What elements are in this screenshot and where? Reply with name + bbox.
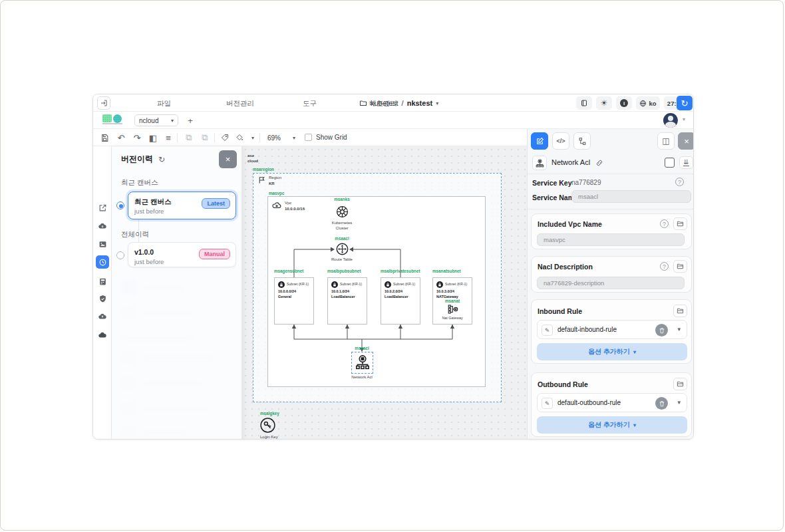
zoom-select[interactable]: 69% ▾ xyxy=(265,132,298,144)
version-card-v100[interactable]: v1.0.0 just before Manual xyxy=(128,242,236,267)
tree-icon xyxy=(578,137,587,146)
rule-edit-button[interactable]: ✎ xyxy=(542,325,553,336)
acl-text: Network Acl xyxy=(351,375,373,379)
fill-caret-icon[interactable]: ▾ xyxy=(246,131,259,144)
left-rail xyxy=(93,146,112,440)
floppy-icon xyxy=(100,134,109,142)
avatar[interactable] xyxy=(663,113,678,128)
save-button[interactable] xyxy=(98,131,111,144)
nat-gateway-icon[interactable] xyxy=(447,303,459,315)
docs-button[interactable] xyxy=(576,96,592,110)
cloud-upload-icon xyxy=(98,312,107,321)
fill-button[interactable] xyxy=(233,131,246,144)
rail-server-button[interactable] xyxy=(96,275,109,288)
rail-history-button[interactable] xyxy=(96,255,109,269)
panel-toggle-button[interactable]: ◫ xyxy=(657,132,675,150)
toolbar-divider xyxy=(259,133,260,142)
menu-item-tools[interactable]: 도구 xyxy=(303,94,317,112)
sync-button[interactable]: ↻ xyxy=(677,96,693,110)
undo-button[interactable]: ↶ xyxy=(114,131,128,144)
rule-caret-icon[interactable]: ▾ xyxy=(677,399,681,406)
rail-cloud-download-button[interactable] xyxy=(96,219,109,233)
schema-tab[interactable] xyxy=(573,132,591,150)
rail-export-button[interactable] xyxy=(96,201,109,214)
subnet-box[interactable]: Subnet (KR-1) 10.0.3.0/24 NATGateway msa… xyxy=(432,277,472,325)
rule-delete-button[interactable] xyxy=(655,324,668,336)
rail-cloud-button[interactable] xyxy=(96,329,109,342)
rule-row[interactable]: ✎ default-inbound-rule ▾ xyxy=(537,320,687,339)
avatar-caret-icon[interactable]: ▾ xyxy=(683,116,685,122)
split-view-icon: ◧ xyxy=(149,133,157,143)
pencil-icon: ✎ xyxy=(545,400,550,407)
lock-icon xyxy=(331,281,339,289)
login-key-text: Login Key xyxy=(260,435,278,439)
service-name-input[interactable]: msaacl xyxy=(571,190,691,203)
outline-button[interactable]: ≡ xyxy=(162,131,175,144)
help-icon[interactable]: ? xyxy=(660,219,669,228)
sun-icon: ☀ xyxy=(601,98,608,108)
send-back-button[interactable]: ⧉ xyxy=(198,131,212,144)
link-icon[interactable] xyxy=(595,159,603,167)
redo-button[interactable]: ↷ xyxy=(130,131,144,144)
node-checkbox[interactable] xyxy=(665,158,675,168)
help-icon[interactable]: ? xyxy=(675,178,684,186)
add-tab-button[interactable]: + xyxy=(185,115,196,126)
login-key-icon[interactable] xyxy=(259,417,276,434)
radio-selected[interactable] xyxy=(116,201,124,209)
menu-item-file[interactable]: 파일 xyxy=(157,94,171,112)
help-icon[interactable]: ? xyxy=(660,262,669,271)
canvas[interactable]: ase cloud msaregion Region KR masvpc Vpc… xyxy=(242,146,527,440)
radio-unselected[interactable] xyxy=(116,251,124,259)
info-button[interactable]: i xyxy=(616,96,632,110)
menu-item-version[interactable]: 버전관리 xyxy=(226,94,254,112)
exit-button[interactable] xyxy=(97,96,110,110)
folder-button[interactable] xyxy=(673,260,687,273)
bring-front-button[interactable]: ⧉ xyxy=(182,131,196,144)
folder-button[interactable] xyxy=(673,305,687,317)
version-panel-close-button[interactable]: × xyxy=(219,150,237,168)
folder-button[interactable] xyxy=(673,378,687,390)
rule-row[interactable]: ✎ default-outbound-rule ▾ xyxy=(537,393,687,412)
show-grid-label: Show Grid xyxy=(316,134,347,141)
version-title: v1.0.0 xyxy=(134,248,154,256)
service-key-label: Service Key xyxy=(532,179,572,187)
breadcrumb[interactable]: kubetest / nkstest ▾ xyxy=(359,94,438,112)
add-option-button[interactable]: 옵션 추가하기▾ xyxy=(537,416,687,434)
rule-delete-button[interactable] xyxy=(655,397,668,410)
show-grid-checkbox[interactable] xyxy=(305,134,312,141)
card-inbound-rule: Inbound Rule ✎ default-inbound-rule ▾ 옵션… xyxy=(531,299,692,364)
folder-button[interactable] xyxy=(673,217,687,230)
card-title: Nacl Description xyxy=(538,263,593,271)
subnet-box[interactable]: Subnet (KR-1) 10.0.0.0/24 General xyxy=(274,277,314,325)
rail-cloud-upload-button[interactable] xyxy=(96,310,109,323)
language-button[interactable]: ko xyxy=(636,96,660,110)
add-option-button[interactable]: 옵션 추가하기▾ xyxy=(537,343,687,360)
refresh-history-icon[interactable]: ↻ xyxy=(158,155,165,164)
nacl-description-input[interactable]: na776829-description xyxy=(537,277,685,289)
node-header: Network Acl ⇊ xyxy=(528,152,694,174)
subnet-box[interactable]: Subnet (KR-1) 10.0.2.0/24 LoadBalancer xyxy=(381,277,420,325)
version-card-recent[interactable]: 최근 캔버스 just before Latest xyxy=(128,192,236,219)
rule-edit-button[interactable]: ✎ xyxy=(542,398,553,409)
card-title: Inbound Rule xyxy=(538,307,582,315)
code-tab[interactable]: </> xyxy=(552,132,569,150)
edit-tab[interactable] xyxy=(531,132,548,150)
rail-shield-button[interactable] xyxy=(96,292,109,305)
version-title: 최근 캔버스 xyxy=(134,198,171,207)
vpc-name-input[interactable]: masvpc xyxy=(537,233,685,246)
version-time: just before xyxy=(134,258,164,265)
rule-caret-icon[interactable]: ▾ xyxy=(677,326,681,332)
divider xyxy=(528,209,694,209)
collapse-button[interactable]: ⇊ xyxy=(679,156,693,169)
split-view-button[interactable]: ◧ xyxy=(146,131,160,144)
subnet-box[interactable]: Subnet (KR-1) 10.0.1.0/24 LoadBalancer xyxy=(327,277,367,325)
inspector-close-button[interactable]: × xyxy=(678,132,694,150)
cloud-icon xyxy=(98,331,107,340)
provider-select[interactable]: ncloud ▾ xyxy=(134,114,178,126)
acl-node[interactable] xyxy=(351,352,373,374)
rail-image-export-button[interactable] xyxy=(96,237,109,251)
lock-icon xyxy=(384,281,392,289)
outline-icon: ≡ xyxy=(166,133,171,143)
tag-button[interactable] xyxy=(218,131,232,144)
theme-button[interactable]: ☀ xyxy=(596,96,612,110)
